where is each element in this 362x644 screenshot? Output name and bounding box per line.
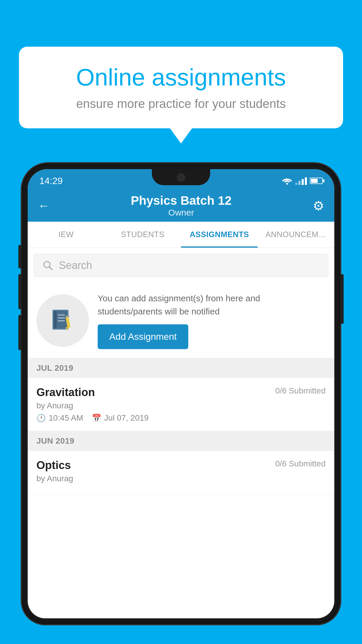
calendar-icon: 📅 [92,414,101,423]
assignment-icon-circle [36,294,89,347]
battery-icon [310,178,323,184]
notebook-icon [50,307,76,334]
section-header-jul: JUL 2019 [28,358,334,378]
speech-bubble: Online assignments ensure more practice … [19,47,343,128]
info-card: You can add assignment(s) from here and … [28,283,334,358]
search-icon [43,260,53,271]
tabs-container: IEW STUDENTS ASSIGNMENTS ANNOUNCEM… [28,222,334,248]
phone-btn-volume-down [18,274,22,309]
batch-title: Physics Batch 12 [50,194,313,208]
info-description: You can add assignment(s) from here and … [98,292,326,318]
section-header-jun: JUN 2019 [28,431,334,451]
phone-notch [152,169,210,185]
svg-rect-6 [58,314,65,316]
phone-screen: 14:29 [28,169,334,618]
tab-iew[interactable]: IEW [28,222,104,248]
svg-point-0 [286,183,288,185]
assignment-by-gravitation: by Anurag [36,401,326,410]
assignment-submitted-optics: 0/6 Submitted [275,459,326,468]
svg-rect-5 [54,311,57,328]
settings-icon[interactable]: ⚙ [313,198,324,213]
meta-date-gravitation: 📅 Jul 07, 2019 [92,413,149,423]
info-text-area: You can add assignment(s) from here and … [98,292,326,349]
tab-assignments[interactable]: ASSIGNMENTS [181,222,258,248]
back-button[interactable]: ← [38,199,50,212]
phone-btn-volume-up [18,245,22,268]
status-icons [282,177,323,185]
phone-mockup: 14:29 [22,163,340,644]
add-assignment-button[interactable]: Add Assignment [98,324,188,349]
meta-date-value: Jul 07, 2019 [104,413,149,423]
assignment-submitted-gravitation: 0/6 Submitted [275,386,326,396]
app-header: ← Physics Batch 12 Owner ⚙ [28,190,334,222]
svg-rect-7 [58,317,65,318]
svg-line-2 [49,267,52,270]
assignment-name-gravitation: Gravitation [36,386,95,399]
assignment-item-optics[interactable]: Optics 0/6 Submitted by Anurag [28,451,334,495]
assignment-row-top: Gravitation 0/6 Submitted [36,386,326,399]
assignment-row-top-optics: Optics 0/6 Submitted [36,459,326,472]
signal-icon [295,177,307,185]
phone-btn-power [340,274,344,324]
assignment-name-optics: Optics [36,459,71,472]
assignment-by-optics: by Anurag [36,474,326,483]
tab-students[interactable]: STUDENTS [104,222,181,248]
assignment-meta-gravitation: 🕐 10:45 AM 📅 Jul 07, 2019 [36,413,326,423]
batch-subtitle: Owner [50,208,313,218]
wifi-icon [282,177,292,185]
search-placeholder: Search [59,259,92,272]
camera [177,173,185,181]
meta-time-value: 10:45 AM [49,413,83,423]
speech-bubble-container: Online assignments ensure more practice … [19,47,343,128]
header-title-container: Physics Batch 12 Owner [50,194,313,218]
status-time: 14:29 [39,176,63,186]
bubble-subtitle: ensure more practice for your students [39,97,323,111]
meta-time-gravitation: 🕐 10:45 AM [36,413,83,423]
clock-icon: 🕐 [36,414,46,423]
bubble-title: Online assignments [39,64,323,90]
search-container: Search [28,248,334,283]
assignment-item-gravitation[interactable]: Gravitation 0/6 Submitted by Anurag 🕐 10… [28,378,334,431]
tab-announcements[interactable]: ANNOUNCEM… [258,222,334,248]
phone-btn-silent [18,315,22,350]
svg-rect-8 [58,320,65,321]
search-bar[interactable]: Search [34,254,328,277]
